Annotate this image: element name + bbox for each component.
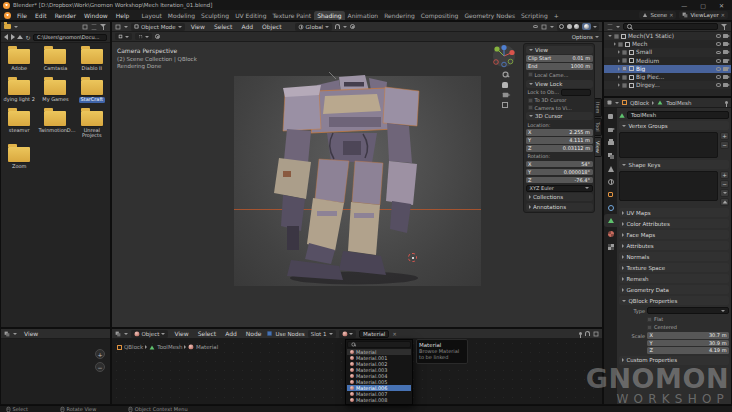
zoom-tool-icon[interactable] xyxy=(502,72,508,78)
outliner-row[interactable]: Medium xyxy=(604,57,731,65)
thumbnail-view-icon[interactable] xyxy=(83,24,88,29)
panel-header-geometry-data[interactable]: Geometry Data xyxy=(619,285,729,294)
flat-checkbox[interactable] xyxy=(647,317,652,322)
snapping-dropdown[interactable] xyxy=(135,33,152,40)
shader-type-dropdown[interactable]: Object xyxy=(131,330,168,338)
add-vertex-group-button[interactable]: + xyxy=(720,132,729,140)
proportional-editing-icon[interactable] xyxy=(350,24,355,29)
menu-file[interactable]: File xyxy=(13,12,31,19)
forward-icon[interactable] xyxy=(11,34,15,40)
navigation-gizmo[interactable] xyxy=(492,44,516,68)
material-search-input[interactable] xyxy=(347,341,411,348)
vertex-groups-header[interactable]: Vertex Groups xyxy=(619,121,729,130)
workspace-tab-compositing[interactable]: Compositing xyxy=(418,11,462,20)
overlays-icon[interactable] xyxy=(542,24,547,29)
folder-item-selected[interactable]: StarCraft xyxy=(74,77,110,103)
viewport-menu-select[interactable]: Select xyxy=(211,23,236,30)
modifier-tab-icon[interactable] xyxy=(604,201,617,214)
blender-menu-icon[interactable] xyxy=(4,12,11,19)
scene-tab-icon[interactable] xyxy=(604,162,617,175)
maximize-button[interactable]: ▢ xyxy=(695,2,711,9)
folder-item[interactable]: TwinmotionD... xyxy=(37,108,73,140)
disable-render-toggle[interactable] xyxy=(723,50,728,54)
image-editor-icon[interactable] xyxy=(5,331,10,336)
workspace-tab-shading[interactable]: Shading xyxy=(314,11,344,20)
shader-menu-select[interactable]: Select xyxy=(195,330,220,337)
shader-menu-node[interactable]: Node xyxy=(243,330,265,337)
workspace-tab-modeling[interactable]: Modeling xyxy=(165,11,198,20)
panel-header-remesh[interactable]: Remesh xyxy=(619,274,729,283)
folder-item[interactable]: Zoom xyxy=(1,144,37,170)
close-button[interactable]: ✕ xyxy=(714,2,729,9)
solid-shading-icon[interactable] xyxy=(567,24,572,29)
snap-magnet-icon[interactable] xyxy=(335,24,340,29)
hide-viewport-toggle[interactable] xyxy=(716,75,722,79)
filter-icon[interactable] xyxy=(100,24,107,30)
camera-to-view-checkbox[interactable] xyxy=(528,105,533,110)
options-dropdown[interactable]: Options xyxy=(572,34,599,40)
panel-header-face-maps[interactable]: Face Maps xyxy=(619,230,729,239)
outliner-row-selected[interactable]: Big xyxy=(604,65,731,73)
lock-object-field[interactable] xyxy=(561,89,591,96)
folder-item[interactable]: Diablo II xyxy=(74,46,110,72)
folder-item[interactable]: Adobe xyxy=(1,46,37,72)
scene-unlink-icon[interactable]: ✕ xyxy=(669,12,673,18)
vertex-groups-list[interactable] xyxy=(619,132,718,158)
viewport-canvas[interactable]: Camera Perspective (2) Scene Collection … xyxy=(112,42,602,327)
collections-panel-header[interactable]: Collections xyxy=(526,193,593,201)
collection-checkbox[interactable] xyxy=(614,34,619,39)
hide-viewport-toggle[interactable] xyxy=(716,34,722,38)
browse-material-button[interactable] xyxy=(339,330,357,338)
outliner-editor-icon[interactable] xyxy=(608,24,613,29)
viewport-menu-add[interactable]: Add xyxy=(238,23,256,30)
pan-tool-icon[interactable] xyxy=(502,82,508,88)
outliner-filter-icon[interactable] xyxy=(721,24,728,30)
shader-overlay-icon[interactable] xyxy=(594,331,599,336)
folder-item[interactable]: My Games xyxy=(37,77,73,103)
scale-x-slider[interactable]: X30.7 m xyxy=(647,332,729,339)
transform-orientation-dropdown[interactable]: Global xyxy=(295,23,333,31)
disable-render-toggle[interactable] xyxy=(723,75,728,79)
minimize-button[interactable]: — xyxy=(676,2,692,9)
type-dropdown[interactable] xyxy=(647,307,729,314)
shape-keys-list[interactable] xyxy=(619,171,718,201)
outliner-row[interactable]: Dirgey... xyxy=(604,81,731,89)
menu-edit[interactable]: Edit xyxy=(31,12,51,19)
scale-y-slider[interactable]: Y30.9 m xyxy=(647,340,729,347)
material-shading-icon[interactable] xyxy=(574,24,579,29)
material-tab-icon[interactable] xyxy=(604,227,617,240)
panel-header-normals[interactable]: Normals xyxy=(619,252,729,261)
properties-editor-icon[interactable] xyxy=(608,101,612,105)
tool-tab-icon[interactable] xyxy=(604,110,617,123)
toggle-grid-icon[interactable] xyxy=(502,102,508,108)
sidebar-tab-item[interactable]: Item xyxy=(595,98,602,117)
breadcrumb-object[interactable]: QBlock xyxy=(630,100,649,106)
origin-gizmo[interactable] xyxy=(408,253,417,262)
shader-menu-view[interactable]: View xyxy=(171,330,191,337)
panel-header-color-attributes[interactable]: Color Attributes xyxy=(619,219,729,228)
image-menu-view[interactable]: View xyxy=(20,330,42,337)
cursor-panel-header[interactable]: 3D Cursor xyxy=(526,112,593,120)
qblock-properties-header[interactable]: QBlock Properties xyxy=(619,296,729,305)
outliner-row[interactable]: Big Piec... xyxy=(604,73,731,81)
view-layer-selector[interactable]: ViewLayer ✕ xyxy=(679,11,728,19)
workspace-tab-texture-paint[interactable]: Texture Paint xyxy=(269,11,314,20)
list-view-icon[interactable] xyxy=(92,24,97,29)
zoom-in-button[interactable]: + xyxy=(95,349,105,359)
shader-pin-icon[interactable] xyxy=(579,332,582,335)
shader-editor-icon[interactable] xyxy=(116,331,121,336)
viewport-editor-icon[interactable] xyxy=(116,24,121,29)
disable-render-toggle[interactable] xyxy=(723,67,728,71)
local-camera-checkbox[interactable] xyxy=(528,72,533,77)
back-icon[interactable] xyxy=(4,34,8,40)
remove-vertex-group-button[interactable]: − xyxy=(720,141,729,149)
shader-snap-icon[interactable] xyxy=(585,331,590,336)
collection-checkbox[interactable] xyxy=(622,83,627,88)
visibility-icon[interactable] xyxy=(533,25,539,29)
folder-item[interactable]: dying light 2 xyxy=(1,77,37,103)
rotation-order-dropdown[interactable]: XYZ Euler xyxy=(526,185,593,192)
viewport-menu-view[interactable]: View xyxy=(188,23,208,30)
pin-icon[interactable] xyxy=(725,101,728,104)
clip-start-slider[interactable]: Clip Start0.01 m xyxy=(526,55,593,62)
disable-render-toggle[interactable] xyxy=(723,34,728,38)
